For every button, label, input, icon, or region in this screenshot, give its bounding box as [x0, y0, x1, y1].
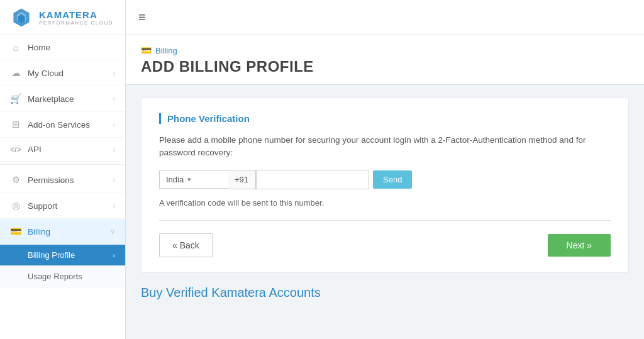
- chevron-down-icon: ∨: [110, 228, 115, 236]
- buy-title: Buy Verified Kamatera Accounts: [141, 286, 629, 300]
- sidebar-item-billing[interactable]: 💳 Billing ∨: [0, 219, 125, 245]
- chevron-right-icon: ›: [113, 202, 115, 209]
- sidebar-item-home[interactable]: ⌂ Home: [0, 35, 125, 60]
- sidebar-item-marketplace[interactable]: 🛒 Marketplace ›: [0, 86, 125, 112]
- billing-submenu: Billing Profile › Usage Reports: [0, 245, 125, 287]
- sidebar-label-support: Support: [28, 201, 57, 211]
- page-header: 💳 Billing ADD BILLING PROFILE: [126, 35, 644, 85]
- chevron-right-icon: ›: [113, 176, 115, 184]
- chevron-right-icon: ›: [113, 121, 115, 128]
- bottom-section: Buy Verified Kamatera Accounts: [126, 286, 644, 313]
- button-row: « Back Next »: [159, 233, 611, 257]
- chevron-right-icon: ›: [113, 69, 115, 77]
- sidebar-item-my-cloud[interactable]: ☁ My Cloud ›: [0, 60, 125, 86]
- content-area: 💳 Billing ADD BILLING PROFILE Phone Veri…: [126, 35, 644, 339]
- support-icon: ◎: [10, 200, 21, 211]
- country-selector[interactable]: India ▾: [159, 170, 228, 189]
- addon-icon: ⊞: [10, 119, 21, 130]
- logo-name: KAMATERA: [39, 9, 113, 20]
- phone-number-input[interactable]: [256, 170, 369, 189]
- billing-profile-label: Billing Profile: [28, 250, 75, 260]
- sidebar-label-permissions: Permissions: [28, 175, 74, 185]
- description-text: Please add a mobile phone number for sec…: [159, 134, 587, 160]
- phone-input-row: India ▾ +91 Send: [159, 170, 611, 189]
- sidebar-label-home: Home: [28, 43, 50, 52]
- logo-icon: [10, 6, 33, 29]
- sidebar-label-addon: Add-on Services: [28, 120, 90, 130]
- sidebar-item-support[interactable]: ◎ Support ›: [0, 193, 125, 219]
- chevron-right-icon: ›: [113, 252, 115, 259]
- sidebar-label-marketplace: Marketplace: [28, 94, 74, 104]
- home-icon: ⌂: [10, 42, 21, 53]
- chevron-down-icon: ▾: [187, 175, 191, 184]
- chevron-right-icon: ›: [113, 95, 115, 103]
- main-content: ≡ 💳 Billing ADD BILLING PROFILE Phone Ve…: [126, 0, 644, 339]
- sidebar-item-billing-profile[interactable]: Billing Profile ›: [0, 245, 125, 266]
- dial-code: +91: [228, 170, 256, 189]
- sidebar-label-my-cloud: My Cloud: [28, 69, 64, 78]
- sidebar-label-api: API: [28, 145, 42, 154]
- section-title: Phone Verification: [159, 113, 611, 124]
- breadcrumb-label: Billing: [155, 46, 177, 55]
- sidebar-label-billing: Billing: [28, 227, 50, 236]
- sidebar: KAMATERA PERFORMANCE CLOUD ⌂ Home ☁ My C…: [0, 0, 126, 339]
- phone-verification-card: Phone Verification Please add a mobile p…: [141, 97, 629, 273]
- next-button[interactable]: Next »: [548, 234, 611, 257]
- sidebar-item-addon-services[interactable]: ⊞ Add-on Services ›: [0, 112, 125, 138]
- sidebar-item-permissions[interactable]: ⚙ Permissions ›: [0, 167, 125, 193]
- topbar: ≡: [126, 0, 644, 35]
- send-button[interactable]: Send: [373, 170, 412, 189]
- sidebar-nav: ⌂ Home ☁ My Cloud › 🛒 Marketplace › ⊞ Ad…: [0, 35, 125, 339]
- hamburger-menu[interactable]: ≡: [138, 10, 146, 25]
- back-button[interactable]: « Back: [159, 233, 213, 257]
- divider: [159, 220, 611, 221]
- cloud-icon: ☁: [10, 67, 21, 79]
- breadcrumb: 💳 Billing: [141, 45, 629, 55]
- country-label: India: [166, 175, 184, 184]
- page-title: ADD BILLING PROFILE: [141, 58, 629, 75]
- marketplace-icon: 🛒: [10, 93, 21, 104]
- api-icon: </>: [10, 145, 21, 154]
- sidebar-item-api[interactable]: </> API ›: [0, 138, 125, 162]
- logo-subtitle: PERFORMANCE CLOUD: [39, 20, 113, 26]
- permissions-icon: ⚙: [10, 174, 21, 186]
- logo: KAMATERA PERFORMANCE CLOUD: [0, 0, 125, 35]
- verification-note: A verification code will be sent to this…: [159, 198, 611, 208]
- breadcrumb-icon: 💳: [141, 45, 152, 55]
- usage-reports-label: Usage Reports: [28, 272, 82, 281]
- sidebar-item-usage-reports[interactable]: Usage Reports: [0, 266, 125, 287]
- billing-icon: 💳: [10, 226, 21, 237]
- chevron-right-icon: ›: [113, 146, 115, 153]
